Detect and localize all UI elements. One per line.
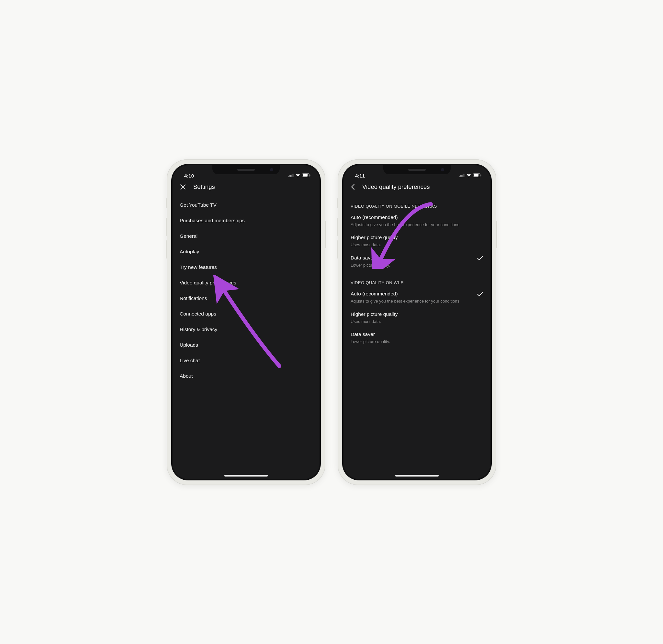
row-label: General: [180, 233, 198, 239]
row-label: Try new features: [180, 264, 217, 270]
option-title: Auto (recommended): [350, 291, 474, 297]
cellular-icon: [288, 173, 294, 178]
screen-settings: 4:10 Settings: [173, 165, 320, 479]
section-header-mobile: VIDEO QUALITY ON MOBILE NETWORKS: [343, 197, 490, 211]
svg-rect-5: [303, 174, 307, 177]
silent-switch: [166, 198, 167, 208]
phone-frame-left: 4:10 Settings: [167, 159, 325, 485]
header: Settings: [173, 179, 320, 195]
option-wifi-higher[interactable]: Higher picture quality Uses most data.: [343, 308, 490, 329]
row-label: Connected apps: [180, 311, 216, 317]
svg-rect-10: [463, 174, 464, 177]
row-label: History & privacy: [180, 327, 217, 332]
row-label: Notifications: [180, 295, 207, 301]
svg-rect-1: [290, 175, 291, 177]
row-label: Video quality preferences: [180, 280, 236, 286]
option-mobile-auto[interactable]: Auto (recommended) Adjusts to give you t…: [343, 211, 490, 231]
power-button: [325, 221, 326, 248]
row-label: About: [180, 373, 193, 379]
section-header-wifi: VIDEO QUALITY ON WI-FI: [343, 272, 490, 288]
row-label: Get YouTube TV: [180, 202, 216, 208]
phone-frame-right: 4:11 Video quality prefer: [338, 159, 496, 485]
option-mobile-data-saver[interactable]: Data saver Lower picture quality.: [343, 252, 490, 272]
checkmark-icon: [474, 255, 483, 261]
battery-icon: [473, 173, 481, 178]
status-time: 4:11: [355, 173, 365, 179]
settings-item-video-quality[interactable]: Video quality preferences: [173, 275, 320, 291]
settings-item-connected-apps[interactable]: Connected apps: [173, 306, 320, 322]
option-subtitle: Adjusts to give you the best experience …: [350, 298, 474, 304]
home-indicator[interactable]: [224, 475, 268, 476]
wifi-icon: [295, 173, 300, 178]
notch: [383, 165, 451, 174]
settings-list: Get YouTube TV Purchases and memberships…: [173, 195, 320, 384]
svg-rect-2: [291, 175, 292, 177]
option-mobile-higher[interactable]: Higher picture quality Uses most data.: [343, 231, 490, 252]
option-title: Higher picture quality: [350, 311, 474, 317]
checkmark-icon: [474, 291, 483, 297]
page-title: Settings: [193, 183, 215, 191]
settings-item-youtube-tv[interactable]: Get YouTube TV: [173, 197, 320, 213]
page-title: Video quality preferences: [362, 183, 430, 191]
battery-icon: [302, 173, 311, 178]
settings-item-autoplay[interactable]: Autoplay: [173, 244, 320, 260]
option-subtitle: Uses most data.: [350, 319, 474, 325]
option-subtitle: Uses most data.: [350, 242, 474, 248]
option-title: Data saver: [350, 255, 474, 261]
row-label: Autoplay: [180, 249, 199, 254]
option-subtitle: Adjusts to give you the best experience …: [350, 222, 474, 228]
row-label: Live chat: [180, 358, 200, 363]
volume-up-button: [337, 218, 338, 236]
screen-video-quality: 4:11 Video quality prefer: [343, 165, 490, 479]
header: Video quality preferences: [343, 179, 490, 195]
volume-down-button: [166, 240, 167, 259]
svg-rect-7: [459, 176, 460, 177]
settings-item-history-privacy[interactable]: History & privacy: [173, 322, 320, 337]
svg-rect-0: [288, 176, 289, 177]
row-label: Uploads: [180, 342, 198, 348]
back-icon[interactable]: [350, 184, 355, 190]
row-label: Purchases and memberships: [180, 218, 245, 223]
volume-down-button: [337, 240, 338, 259]
option-title: Higher picture quality: [350, 235, 474, 240]
silent-switch: [337, 198, 338, 208]
option-subtitle: Lower picture quality.: [350, 262, 474, 268]
volume-up-button: [166, 218, 167, 236]
option-subtitle: Lower picture quality.: [350, 339, 474, 345]
svg-rect-6: [310, 174, 311, 176]
option-wifi-auto[interactable]: Auto (recommended) Adjusts to give you t…: [343, 288, 490, 308]
svg-rect-3: [293, 174, 294, 177]
svg-rect-9: [462, 175, 463, 177]
svg-rect-8: [461, 175, 462, 177]
settings-item-notifications[interactable]: Notifications: [173, 291, 320, 306]
settings-item-live-chat[interactable]: Live chat: [173, 353, 320, 368]
option-title: Auto (recommended): [350, 215, 474, 220]
close-icon[interactable]: [180, 184, 186, 190]
settings-item-general[interactable]: General: [173, 228, 320, 244]
power-button: [496, 221, 497, 248]
settings-item-purchases[interactable]: Purchases and memberships: [173, 213, 320, 228]
option-title: Data saver: [350, 331, 474, 337]
notch: [212, 165, 280, 174]
settings-item-try-new-features[interactable]: Try new features: [173, 260, 320, 275]
home-indicator[interactable]: [395, 475, 439, 476]
option-wifi-data-saver[interactable]: Data saver Lower picture quality.: [343, 328, 490, 349]
settings-item-about[interactable]: About: [173, 368, 320, 384]
cellular-icon: [459, 173, 464, 178]
svg-rect-12: [474, 174, 478, 177]
wifi-icon: [466, 173, 471, 178]
status-time: 4:10: [184, 173, 194, 179]
preferences-body: VIDEO QUALITY ON MOBILE NETWORKS Auto (r…: [343, 195, 490, 349]
settings-item-uploads[interactable]: Uploads: [173, 337, 320, 353]
svg-rect-13: [481, 174, 481, 176]
